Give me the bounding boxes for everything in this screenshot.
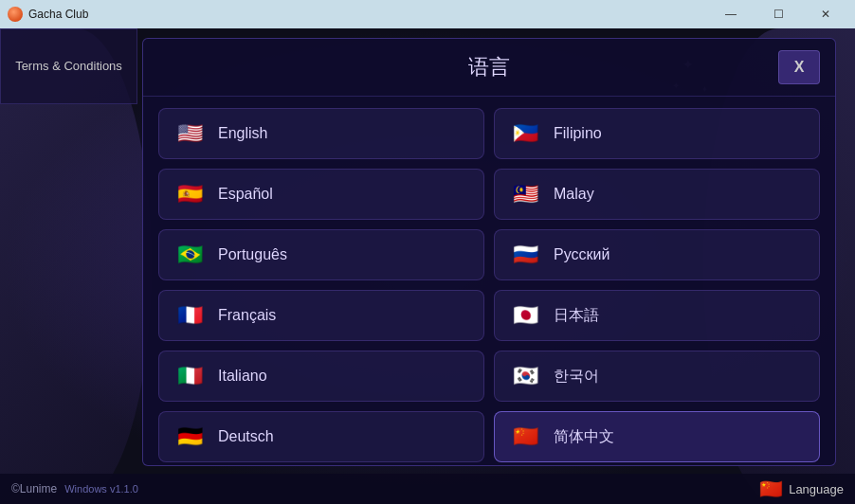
lunime-label: ©Lunime: [11, 482, 57, 495]
bottom-bar: ©Lunime Windows v1.1.0 🇨🇳 Language: [0, 474, 855, 504]
flag-icon-9: 🇰🇷: [508, 359, 542, 393]
flag-icon-3: 🇲🇾: [508, 177, 542, 211]
language-option-日本語[interactable]: 🇯🇵日本語: [494, 290, 820, 341]
title-bar: Gacha Club — ☐ ✕: [0, 0, 855, 28]
language-name-7: 日本語: [554, 306, 599, 326]
maximize-button[interactable]: ☐: [756, 0, 800, 28]
language-option-english[interactable]: 🇺🇸English: [158, 108, 484, 159]
language-dialog: 语言 X 🇺🇸English🇵🇭Filipino🇪🇸Español🇲🇾Malay…: [142, 38, 836, 466]
app-icon: [8, 7, 23, 22]
flag-icon-5: 🇷🇺: [508, 238, 542, 272]
language-name-9: 한국어: [554, 367, 599, 387]
dialog-header: 语言 X: [143, 39, 835, 97]
main-content: ✦ ✦ ✦ Terms & Conditions 语言 X 🇺🇸English🇵…: [0, 28, 855, 504]
language-name-8: Italiano: [218, 368, 267, 385]
language-option-filipino[interactable]: 🇵🇭Filipino: [494, 108, 820, 159]
flag-icon-7: 🇯🇵: [508, 298, 542, 333]
language-name-3: Malay: [554, 186, 594, 203]
flag-icon-0: 🇺🇸: [173, 117, 207, 151]
flag-icon-11: 🇨🇳: [508, 420, 542, 454]
language-option-italiano[interactable]: 🇮🇹Italiano: [158, 351, 484, 402]
language-option-한국어[interactable]: 🇰🇷한국어: [494, 351, 820, 402]
language-option-français[interactable]: 🇫🇷Français: [158, 290, 484, 341]
close-button[interactable]: ✕: [804, 0, 847, 28]
bottom-left: ©Lunime Windows v1.1.0: [11, 482, 138, 495]
language-option-русский[interactable]: 🇷🇺Русский: [494, 229, 820, 280]
language-grid: 🇺🇸English🇵🇭Filipino🇪🇸Español🇲🇾Malay🇧🇷Por…: [143, 97, 835, 466]
language-option-简体中文[interactable]: 🇨🇳简体中文: [494, 411, 820, 462]
language-option-português[interactable]: 🇧🇷Português: [158, 229, 484, 280]
language-name-2: Español: [218, 186, 273, 203]
language-name-4: Português: [218, 246, 287, 263]
flag-icon-2: 🇪🇸: [173, 177, 207, 211]
terms-conditions-label: Terms & Conditions: [15, 58, 122, 75]
flag-icon-1: 🇵🇭: [508, 117, 542, 151]
language-name-0: English: [218, 125, 267, 142]
title-bar-left: Gacha Club: [8, 7, 88, 22]
window-controls: — ☐ ✕: [709, 0, 847, 28]
language-name-1: Filipino: [554, 125, 602, 142]
sidebar-panel: Terms & Conditions: [0, 28, 137, 104]
flag-icon-8: 🇮🇹: [173, 359, 207, 393]
language-button[interactable]: 🇨🇳 Language: [759, 477, 844, 500]
app-title: Gacha Club: [28, 8, 88, 21]
flag-icon-4: 🇧🇷: [173, 238, 207, 272]
dialog-close-button[interactable]: X: [778, 50, 820, 84]
language-name-11: 简体中文: [554, 427, 614, 447]
language-flag-icon: 🇨🇳: [759, 477, 783, 500]
language-name-5: Русский: [554, 246, 609, 263]
language-name-6: Français: [218, 307, 276, 324]
language-option-español[interactable]: 🇪🇸Español: [158, 169, 484, 220]
minimize-button[interactable]: —: [709, 0, 753, 28]
dialog-title: 语言: [200, 53, 778, 81]
flag-icon-10: 🇩🇪: [173, 420, 207, 454]
language-option-deutsch[interactable]: 🇩🇪Deutsch: [158, 411, 484, 462]
language-name-10: Deutsch: [218, 428, 274, 445]
version-label: Windows v1.1.0: [64, 483, 138, 495]
language-option-malay[interactable]: 🇲🇾Malay: [494, 169, 820, 220]
language-btn-label: Language: [789, 482, 844, 496]
flag-icon-6: 🇫🇷: [173, 298, 207, 333]
